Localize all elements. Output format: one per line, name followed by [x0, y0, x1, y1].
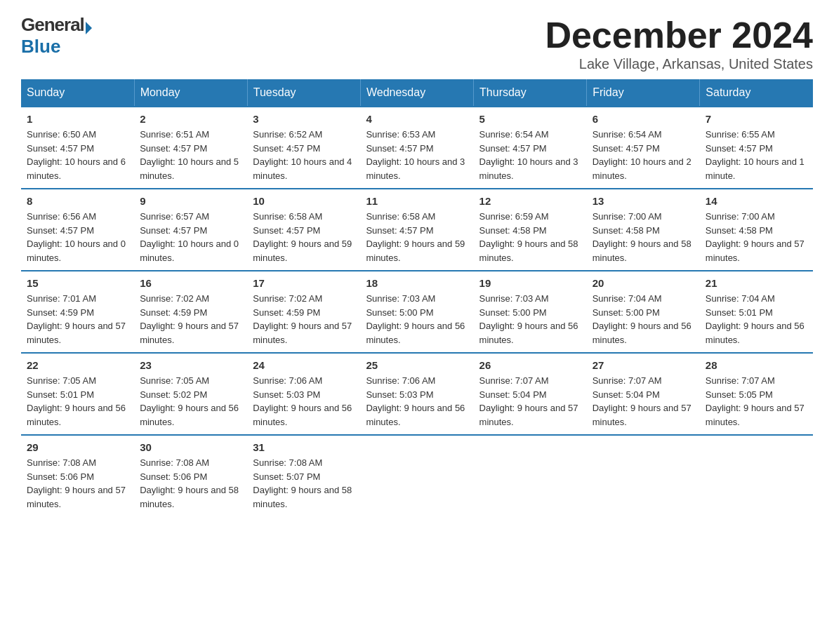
- day-number: 4: [366, 113, 468, 125]
- calendar-cell: 8Sunrise: 6:56 AMSunset: 4:57 PMDaylight…: [21, 189, 134, 271]
- calendar-cell: 2Sunrise: 6:51 AMSunset: 4:57 PMDaylight…: [134, 107, 247, 189]
- calendar-cell: 22Sunrise: 7:05 AMSunset: 5:01 PMDayligh…: [21, 353, 134, 435]
- calendar-cell: 16Sunrise: 7:02 AMSunset: 4:59 PMDayligh…: [134, 271, 247, 353]
- day-info: Sunrise: 7:02 AMSunset: 4:59 PMDaylight:…: [140, 292, 241, 347]
- calendar-cell: 31Sunrise: 7:08 AMSunset: 5:07 PMDayligh…: [247, 435, 360, 516]
- calendar-week-row: 29Sunrise: 7:08 AMSunset: 5:06 PMDayligh…: [21, 435, 813, 516]
- calendar-cell: 17Sunrise: 7:02 AMSunset: 4:59 PMDayligh…: [247, 271, 360, 353]
- page-header: General Blue December 2024 Lake Village,…: [21, 14, 813, 72]
- day-info: Sunrise: 7:00 AMSunset: 4:58 PMDaylight:…: [706, 210, 807, 264]
- calendar-cell: [587, 435, 700, 516]
- day-info: Sunrise: 7:08 AMSunset: 5:06 PMDaylight:…: [27, 456, 128, 511]
- day-info: Sunrise: 7:00 AMSunset: 4:58 PMDaylight:…: [593, 210, 694, 264]
- logo-text-general: General: [21, 14, 84, 35]
- day-info: Sunrise: 7:03 AMSunset: 5:00 PMDaylight:…: [479, 292, 581, 347]
- calendar-cell: 11Sunrise: 6:58 AMSunset: 4:57 PMDayligh…: [360, 189, 473, 271]
- day-number: 13: [593, 195, 694, 207]
- calendar-cell: [700, 435, 813, 516]
- calendar-cell: 18Sunrise: 7:03 AMSunset: 5:00 PMDayligh…: [360, 271, 473, 353]
- day-info: Sunrise: 6:54 AMSunset: 4:57 PMDaylight:…: [479, 128, 581, 182]
- day-number: 2: [140, 113, 241, 125]
- day-number: 9: [140, 195, 241, 207]
- day-number: 31: [253, 441, 355, 453]
- calendar-week-row: 15Sunrise: 7:01 AMSunset: 4:59 PMDayligh…: [21, 271, 813, 353]
- calendar-week-row: 22Sunrise: 7:05 AMSunset: 5:01 PMDayligh…: [21, 353, 813, 435]
- calendar-cell: 27Sunrise: 7:07 AMSunset: 5:04 PMDayligh…: [587, 353, 700, 435]
- calendar-cell: 21Sunrise: 7:04 AMSunset: 5:01 PMDayligh…: [700, 271, 813, 353]
- calendar-cell: 25Sunrise: 7:06 AMSunset: 5:03 PMDayligh…: [360, 353, 473, 435]
- weekday-header-sunday: Sunday: [21, 79, 134, 107]
- day-info: Sunrise: 6:59 AMSunset: 4:58 PMDaylight:…: [479, 210, 581, 264]
- day-info: Sunrise: 7:06 AMSunset: 5:03 PMDaylight:…: [366, 374, 468, 429]
- day-info: Sunrise: 6:55 AMSunset: 4:57 PMDaylight:…: [706, 128, 807, 182]
- day-info: Sunrise: 7:01 AMSunset: 4:59 PMDaylight:…: [27, 292, 128, 347]
- calendar-cell: 10Sunrise: 6:58 AMSunset: 4:57 PMDayligh…: [247, 189, 360, 271]
- title-section: December 2024 Lake Village, Arkansas, Un…: [545, 14, 813, 72]
- calendar-cell: 5Sunrise: 6:54 AMSunset: 4:57 PMDaylight…: [474, 107, 587, 189]
- calendar-cell: 3Sunrise: 6:52 AMSunset: 4:57 PMDaylight…: [247, 107, 360, 189]
- day-number: 10: [253, 195, 355, 207]
- calendar-cell: 23Sunrise: 7:05 AMSunset: 5:02 PMDayligh…: [134, 353, 247, 435]
- day-number: 29: [27, 441, 128, 453]
- weekday-header-friday: Friday: [587, 79, 700, 107]
- day-number: 30: [140, 441, 241, 453]
- logo-text-blue: Blue: [21, 36, 60, 57]
- day-number: 17: [253, 277, 355, 289]
- calendar-cell: 30Sunrise: 7:08 AMSunset: 5:06 PMDayligh…: [134, 435, 247, 516]
- day-number: 5: [479, 113, 581, 125]
- day-info: Sunrise: 7:04 AMSunset: 5:01 PMDaylight:…: [706, 292, 807, 347]
- day-number: 23: [140, 359, 241, 371]
- calendar-week-row: 8Sunrise: 6:56 AMSunset: 4:57 PMDaylight…: [21, 189, 813, 271]
- day-number: 8: [27, 195, 128, 207]
- day-number: 1: [27, 113, 128, 125]
- day-number: 7: [706, 113, 807, 125]
- day-number: 25: [366, 359, 468, 371]
- calendar-cell: 12Sunrise: 6:59 AMSunset: 4:58 PMDayligh…: [474, 189, 587, 271]
- day-number: 6: [593, 113, 694, 125]
- day-info: Sunrise: 7:08 AMSunset: 5:06 PMDaylight:…: [140, 456, 241, 511]
- calendar-cell: 26Sunrise: 7:07 AMSunset: 5:04 PMDayligh…: [474, 353, 587, 435]
- calendar-cell: 4Sunrise: 6:53 AMSunset: 4:57 PMDaylight…: [360, 107, 473, 189]
- calendar-cell: 13Sunrise: 7:00 AMSunset: 4:58 PMDayligh…: [587, 189, 700, 271]
- weekday-header-saturday: Saturday: [700, 79, 813, 107]
- logo-icon: [86, 22, 92, 34]
- calendar-cell: 20Sunrise: 7:04 AMSunset: 5:00 PMDayligh…: [587, 271, 700, 353]
- day-info: Sunrise: 7:02 AMSunset: 4:59 PMDaylight:…: [253, 292, 355, 347]
- day-number: 28: [706, 359, 807, 371]
- day-info: Sunrise: 7:04 AMSunset: 5:00 PMDaylight:…: [593, 292, 694, 347]
- calendar-cell: 9Sunrise: 6:57 AMSunset: 4:57 PMDaylight…: [134, 189, 247, 271]
- calendar-cell: [360, 435, 473, 516]
- day-number: 3: [253, 113, 355, 125]
- weekday-header-monday: Monday: [134, 79, 247, 107]
- day-info: Sunrise: 6:50 AMSunset: 4:57 PMDaylight:…: [27, 128, 128, 182]
- day-number: 18: [366, 277, 468, 289]
- day-info: Sunrise: 7:08 AMSunset: 5:07 PMDaylight:…: [253, 456, 355, 511]
- day-info: Sunrise: 6:54 AMSunset: 4:57 PMDaylight:…: [593, 128, 694, 182]
- day-number: 16: [140, 277, 241, 289]
- calendar-cell: [474, 435, 587, 516]
- day-info: Sunrise: 6:53 AMSunset: 4:57 PMDaylight:…: [366, 128, 468, 182]
- day-number: 19: [479, 277, 581, 289]
- day-number: 22: [27, 359, 128, 371]
- calendar-cell: 15Sunrise: 7:01 AMSunset: 4:59 PMDayligh…: [21, 271, 134, 353]
- day-info: Sunrise: 7:07 AMSunset: 5:05 PMDaylight:…: [706, 374, 807, 429]
- calendar-cell: 7Sunrise: 6:55 AMSunset: 4:57 PMDaylight…: [700, 107, 813, 189]
- weekday-header-thursday: Thursday: [474, 79, 587, 107]
- day-info: Sunrise: 7:05 AMSunset: 5:02 PMDaylight:…: [140, 374, 241, 429]
- calendar-subtitle: Lake Village, Arkansas, United States: [545, 56, 813, 72]
- calendar-header-row: SundayMondayTuesdayWednesdayThursdayFrid…: [21, 79, 813, 107]
- day-number: 27: [593, 359, 694, 371]
- day-number: 20: [593, 277, 694, 289]
- day-number: 12: [479, 195, 581, 207]
- day-info: Sunrise: 6:52 AMSunset: 4:57 PMDaylight:…: [253, 128, 355, 182]
- day-number: 11: [366, 195, 468, 207]
- weekday-header-tuesday: Tuesday: [247, 79, 360, 107]
- calendar-table: SundayMondayTuesdayWednesdayThursdayFrid…: [21, 79, 813, 516]
- day-info: Sunrise: 6:51 AMSunset: 4:57 PMDaylight:…: [140, 128, 241, 182]
- calendar-cell: 1Sunrise: 6:50 AMSunset: 4:57 PMDaylight…: [21, 107, 134, 189]
- calendar-cell: 28Sunrise: 7:07 AMSunset: 5:05 PMDayligh…: [700, 353, 813, 435]
- calendar-cell: 14Sunrise: 7:00 AMSunset: 4:58 PMDayligh…: [700, 189, 813, 271]
- day-number: 26: [479, 359, 581, 371]
- day-info: Sunrise: 7:07 AMSunset: 5:04 PMDaylight:…: [593, 374, 694, 429]
- day-info: Sunrise: 7:07 AMSunset: 5:04 PMDaylight:…: [479, 374, 581, 429]
